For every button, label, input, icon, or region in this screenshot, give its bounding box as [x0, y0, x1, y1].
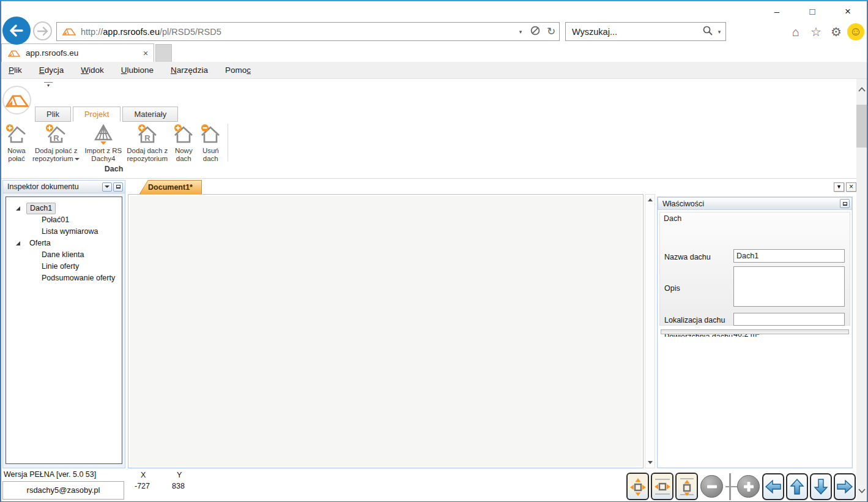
ribbon-bottom-divider	[1, 178, 858, 179]
tree-item-oferta[interactable]: Oferta	[6, 238, 122, 249]
fit-width-button[interactable]	[651, 473, 673, 500]
home-icon[interactable]: ⌂	[787, 23, 805, 40]
search-icon[interactable]	[702, 25, 713, 39]
inspector-dropdown-button[interactable]	[102, 182, 112, 192]
tree-expander-icon[interactable]	[16, 241, 20, 245]
document-close-icon[interactable]: ×	[846, 182, 856, 192]
properties-title: Właściwości	[662, 200, 839, 208]
new-tab-button[interactable]	[155, 44, 172, 62]
window-minimize-button[interactable]: –	[763, 2, 791, 21]
document-list-caret-icon[interactable]: ▼	[834, 182, 844, 192]
zoom-in-button[interactable]	[737, 475, 760, 498]
dodaj-polac-z-repozytorium-button[interactable]: R Dodaj połać zrepozytorium	[30, 122, 82, 163]
house-repo-plus-icon: R	[136, 122, 158, 146]
lokalizacja-dachu-input[interactable]	[733, 313, 845, 326]
browser-window: – □ × http://app.rsroofs.eu/pl/RSD5/RSD5…	[0, 0, 868, 502]
tree-item-podsumowanie-oferty[interactable]: Podsumowanie oferty	[6, 272, 122, 284]
version-label: Wersja PEŁNA [ver. 5.0 53]	[4, 470, 96, 479]
inspector-title: Inspektor dokumentu	[7, 182, 101, 191]
nazwa-dachu-input[interactable]	[733, 249, 845, 263]
quick-access-caret-icon[interactable]: ▾	[44, 82, 53, 88]
inspector-panel: Inspektor dokumentu Dach1 Połać01 Lista …	[2, 180, 125, 468]
dodaj-dach-z-repozytorium-button[interactable]: R Dodaj dach zrepozytorium	[124, 122, 170, 163]
menu-narzedzia[interactable]: Narzędzia	[171, 66, 217, 75]
import-z-rs-dachy4-button[interactable]: Import z RSDachy4	[82, 122, 124, 163]
properties-collapse-button[interactable]	[840, 199, 850, 208]
section-title: Dach	[660, 212, 850, 223]
nowy-dach-button[interactable]: Nowydach	[170, 122, 197, 163]
menu-ulubione[interactable]: Ulubione	[121, 66, 162, 75]
menu-plik[interactable]: Plik	[9, 66, 31, 75]
caret-down-icon	[105, 185, 109, 188]
menu-bar: Plik Edycja Widok Ulubione Narzędzia Pom…	[1, 62, 867, 79]
drawing-canvas[interactable]	[128, 194, 644, 468]
ribbon-tab-materialy[interactable]: Materiały	[122, 107, 178, 122]
tree-item-dane-klienta[interactable]: Dane klienta	[6, 249, 122, 261]
house-plus-icon	[172, 122, 195, 146]
scroll-down-icon[interactable]	[648, 461, 653, 464]
refresh-icon[interactable]: ↻	[543, 25, 559, 38]
fit-all-icon	[629, 477, 647, 496]
account-box[interactable]: rsdachy5@zasoby.pl	[2, 481, 124, 500]
slope-plus-icon	[6, 122, 28, 146]
tree-item-lista-wymiarowa[interactable]: Lista wymiarowa	[6, 226, 122, 238]
properties-section: Dach Nazwa dachu Opis Lokalizacja dachu …	[659, 212, 850, 326]
pan-right-button[interactable]	[834, 473, 856, 500]
opis-textarea[interactable]	[733, 266, 845, 307]
status-bar: Wersja PEŁNA [ver. 5.0 53] rsdachy5@zaso…	[1, 468, 867, 501]
stop-icon[interactable]	[527, 26, 543, 37]
ribbon-tab-plik[interactable]: Plik	[35, 107, 71, 122]
canvas-vertical-scrollbar[interactable]	[645, 194, 655, 468]
tab-close-icon[interactable]: ×	[138, 48, 154, 58]
menu-widok[interactable]: Widok	[81, 66, 113, 75]
site-favicon-roof-icon	[62, 28, 76, 36]
pan-down-button[interactable]	[810, 473, 832, 500]
zoom-slider-thumb[interactable]	[729, 473, 731, 500]
app-page: ▾ Plik Projekt Materiały Nowapołać R Dod…	[1, 79, 867, 501]
favorites-star-icon[interactable]: ☆	[807, 23, 825, 40]
nowa-polac-button[interactable]: Nowapołać	[3, 122, 30, 163]
scrollbar-down-icon[interactable]	[856, 481, 867, 501]
opis-label: Opis	[664, 284, 680, 293]
menu-pomoc[interactable]: Pomoc	[225, 66, 259, 75]
nazwa-dachu-label: Nazwa dachu	[664, 253, 711, 261]
scrollbar-up-icon[interactable]	[856, 79, 867, 100]
fit-to-view-button[interactable]	[626, 473, 649, 500]
window-close-button[interactable]: ×	[834, 2, 862, 21]
search-input[interactable]	[566, 27, 702, 37]
menu-edycja[interactable]: Edycja	[39, 66, 73, 75]
page-vertical-scrollbar[interactable]	[856, 79, 867, 501]
document-tab[interactable]: Document1*	[139, 180, 202, 195]
tree-item-linie-oferty[interactable]: Linie oferty	[6, 261, 122, 272]
inspector-collapse-button[interactable]	[113, 182, 123, 192]
usun-dach-button[interactable]: Usuńdach	[197, 122, 224, 163]
tree-item-dach1[interactable]: Dach1	[6, 203, 122, 214]
collapse-icon	[116, 185, 121, 189]
inspector-header[interactable]: Inspektor dokumentu	[3, 181, 125, 193]
drawing-canvas-surface[interactable]	[130, 196, 642, 466]
ribbon-tab-strip: Plik Projekt Materiały	[35, 107, 180, 122]
browser-tab[interactable]: app.rsroofs.eu ×	[1, 43, 154, 62]
feedback-smiley-icon[interactable]: ☺	[847, 23, 864, 40]
tab-title: app.rsroofs.eu	[26, 48, 138, 58]
zoom-out-button[interactable]	[700, 475, 723, 498]
settings-gear-icon[interactable]: ⚙	[827, 23, 845, 40]
back-button[interactable]	[2, 17, 31, 45]
scrollbar-thumb[interactable]	[856, 105, 867, 148]
scroll-up-icon[interactable]	[648, 198, 653, 201]
slope-repo-plus-icon: R	[45, 122, 67, 146]
pan-up-button[interactable]	[786, 473, 808, 500]
url-dropdown-caret-icon[interactable]: ▾	[514, 29, 527, 35]
forward-button[interactable]	[33, 21, 52, 40]
tree-expander-icon[interactable]	[16, 206, 20, 211]
window-maximize-button[interactable]: □	[798, 2, 826, 21]
tree-item-polac01[interactable]: Połać01	[6, 214, 122, 226]
address-bar[interactable]: http://app.rsroofs.eu/pl/RSD5/RSD5 ▾ ↻	[56, 22, 560, 41]
fit-height-button[interactable]	[675, 473, 698, 500]
app-logo[interactable]	[2, 86, 31, 114]
properties-header[interactable]: Właściwości	[658, 197, 852, 210]
properties-horizontal-scrollbar[interactable]	[661, 329, 849, 334]
search-dropdown-caret-icon[interactable]: ▾	[713, 29, 725, 35]
pan-left-button[interactable]	[762, 473, 784, 500]
ribbon-tab-projekt[interactable]: Projekt	[73, 107, 121, 122]
